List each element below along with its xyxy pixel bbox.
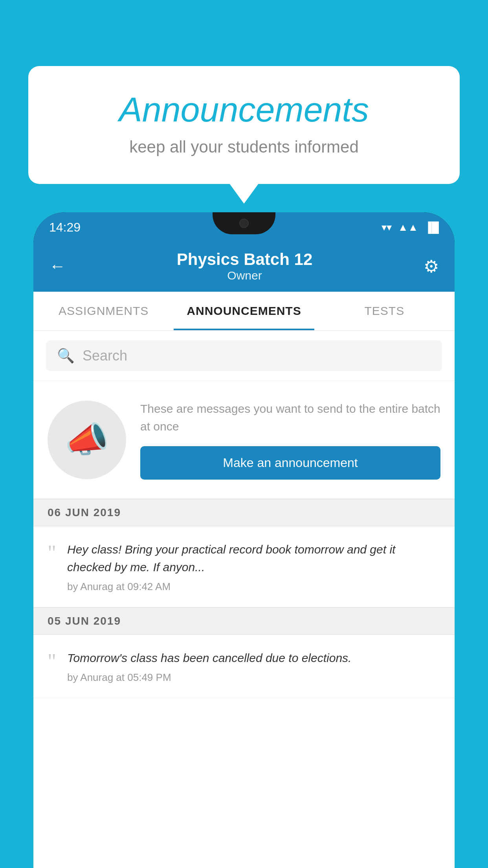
notch bbox=[213, 212, 275, 234]
megaphone-icon: 📣 bbox=[65, 419, 109, 460]
tab-announcements[interactable]: ANNOUNCEMENTS bbox=[174, 292, 314, 330]
app-content: 🔍 Search 📣 These are messages you want t… bbox=[33, 331, 455, 868]
bubble-title: Announcements bbox=[60, 90, 428, 130]
search-bar: 🔍 Search bbox=[33, 331, 455, 381]
batch-role: Owner bbox=[177, 269, 313, 282]
date-separator-1: 06 JUN 2019 bbox=[33, 499, 455, 526]
batch-title: Physics Batch 12 bbox=[177, 250, 313, 269]
search-icon: 🔍 bbox=[57, 348, 75, 364]
search-placeholder: Search bbox=[83, 348, 127, 364]
signal-icon: ▲▲ bbox=[398, 221, 418, 234]
empty-state-text: These are messages you want to send to t… bbox=[140, 400, 440, 435]
announcement-meta-1: by Anurag at 09:42 AM bbox=[67, 581, 440, 593]
make-announcement-button[interactable]: Make an announcement bbox=[140, 446, 440, 480]
status-icons: ▾▾ ▲▲ ▐█ bbox=[382, 221, 439, 234]
tabs-bar: ASSIGNMENTS ANNOUNCEMENTS TESTS bbox=[33, 292, 455, 331]
speech-bubble-section: Announcements keep all your students inf… bbox=[28, 66, 460, 184]
announcement-meta-2: by Anurag at 05:49 PM bbox=[67, 671, 440, 684]
app-header: ← Physics Batch 12 Owner ⚙ bbox=[33, 242, 455, 292]
phone-frame: 14:29 ▾▾ ▲▲ ▐█ ← Physics Batch 12 Owner … bbox=[33, 212, 455, 868]
wifi-icon: ▾▾ bbox=[382, 221, 392, 234]
announcement-item-2[interactable]: " Tomorrow's class has been cancelled du… bbox=[33, 635, 455, 698]
announcement-empty-state: 📣 These are messages you want to send to… bbox=[33, 381, 455, 499]
announcement-item-1[interactable]: " Hey class! Bring your practical record… bbox=[33, 526, 455, 607]
bubble-subtitle: keep all your students informed bbox=[60, 138, 428, 156]
front-camera bbox=[239, 219, 249, 228]
quote-icon-2: " bbox=[48, 651, 56, 672]
announcement-text-block-2: Tomorrow's class has been cancelled due … bbox=[67, 649, 440, 684]
back-button[interactable]: ← bbox=[49, 257, 66, 276]
phone-container: 14:29 ▾▾ ▲▲ ▐█ ← Physics Batch 12 Owner … bbox=[33, 212, 455, 868]
announcement-message-1: Hey class! Bring your practical record b… bbox=[67, 541, 440, 576]
header-center: Physics Batch 12 Owner bbox=[177, 250, 313, 282]
status-bar: 14:29 ▾▾ ▲▲ ▐█ bbox=[33, 212, 455, 242]
announcement-message-2: Tomorrow's class has been cancelled due … bbox=[67, 649, 440, 667]
empty-state-right: These are messages you want to send to t… bbox=[140, 400, 440, 480]
speech-bubble: Announcements keep all your students inf… bbox=[28, 66, 460, 184]
tab-assignments[interactable]: ASSIGNMENTS bbox=[33, 292, 174, 330]
announcement-text-block-1: Hey class! Bring your practical record b… bbox=[67, 541, 440, 593]
date-separator-2: 05 JUN 2019 bbox=[33, 607, 455, 635]
status-time: 14:29 bbox=[49, 220, 81, 235]
settings-icon[interactable]: ⚙ bbox=[424, 256, 439, 276]
battery-icon: ▐█ bbox=[424, 221, 439, 234]
tab-tests[interactable]: TESTS bbox=[314, 292, 455, 330]
search-input-wrap[interactable]: 🔍 Search bbox=[46, 340, 442, 371]
announcement-icon-circle: 📣 bbox=[48, 401, 126, 479]
quote-icon-1: " bbox=[48, 542, 56, 563]
